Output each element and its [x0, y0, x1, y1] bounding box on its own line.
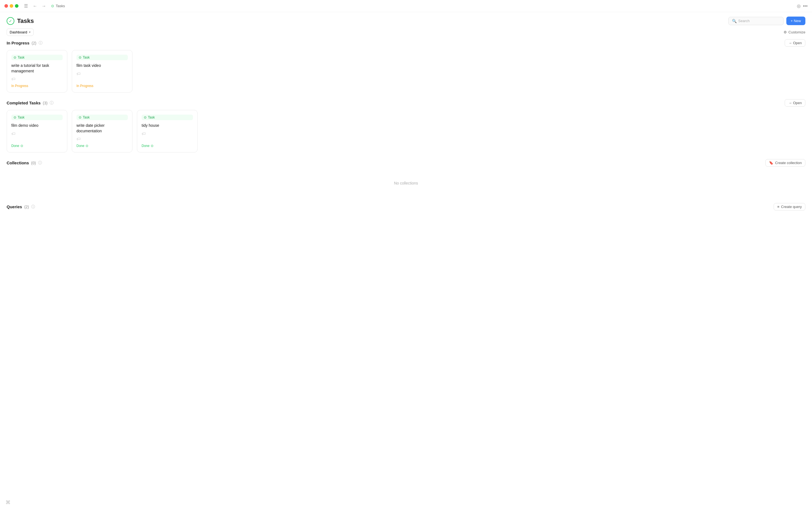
completed-badge-label-3: Task [148, 115, 155, 119]
no-collections-message: No collections [7, 170, 805, 196]
tag-icon-1: 🏷 [11, 77, 63, 81]
collections-info-icon[interactable]: ⓘ [38, 160, 42, 165]
titlebar-controls: ☰ [24, 3, 28, 8]
titlebar-right: ◎ ••• [797, 3, 808, 8]
open-label: Open [793, 41, 802, 45]
in-progress-section: In Progress (2) ⓘ → Open ⊙ Task write a … [7, 39, 805, 92]
done-circle-1: ⊙ [21, 144, 23, 148]
arrow-right-icon: → [788, 41, 792, 45]
in-progress-card-2[interactable]: ⊙ Task film task video 🏷 In Progress [72, 50, 133, 92]
dashboard-dropdown[interactable]: Dashboard ▾ [7, 28, 34, 36]
card-title-2: film task video [77, 63, 128, 69]
collections-title: Collections [7, 160, 29, 165]
in-progress-cards-grid: ⊙ Task write a tutorial for task managem… [7, 50, 805, 92]
back-button[interactable]: ← [31, 3, 39, 9]
completed-card-status-1: Done ⊙ [11, 144, 63, 148]
completed-card-2[interactable]: ⊙ Task write date picker documentation 🏷… [72, 110, 133, 153]
completed-badge-icon-1: ⊙ [13, 115, 16, 119]
queries-info-icon[interactable]: ⓘ [31, 205, 35, 209]
completed-badge-1: ⊙ Task [11, 115, 63, 120]
menu-icon[interactable]: ☰ [24, 3, 28, 8]
create-query-button[interactable]: ≡ Create query [774, 203, 805, 211]
done-circle-3: ⊙ [151, 144, 153, 148]
card-status-1: In Progress [11, 84, 63, 88]
gear-icon: ⚙ [784, 30, 787, 34]
completed-open-button[interactable]: → Open [785, 99, 805, 107]
forward-button[interactable]: → [40, 3, 48, 9]
in-progress-title: In Progress [7, 41, 30, 45]
badge-icon: ⊙ [13, 55, 16, 59]
titlebar: ☰ ← → ⊙ Tasks ◎ ••• [0, 0, 812, 12]
completed-card-title-1: film demo video [11, 123, 63, 129]
toolbar-row: Dashboard ▾ ⚙ Customize [0, 27, 812, 39]
create-collection-button[interactable]: 🔖 Create collection [765, 159, 805, 166]
in-progress-title-area: In Progress (2) ⓘ [7, 41, 42, 46]
titlebar-app-title: ⊙ Tasks [51, 4, 65, 8]
completed-arrow-icon: → [788, 101, 792, 105]
main-header: ✓ Tasks 🔍 Search + New [0, 12, 812, 27]
in-progress-count: (2) [32, 41, 36, 45]
traffic-lights [4, 4, 19, 8]
card-status-2: In Progress [77, 84, 128, 88]
card-badge: ⊙ Task [11, 55, 63, 60]
queries-title: Queries [7, 205, 22, 209]
done-label-1: Done [11, 144, 19, 148]
titlebar-title-text: Tasks [56, 4, 65, 8]
badge-label-2: Task [83, 55, 90, 59]
collections-section-header: Collections (0) ⓘ 🔖 Create collection [7, 159, 805, 166]
search-icon: 🔍 [732, 19, 737, 23]
create-query-label: Create query [781, 205, 802, 209]
search-placeholder: Search [738, 19, 750, 23]
collections-title-area: Collections (0) ⓘ [7, 160, 42, 165]
lines-icon: ≡ [777, 205, 779, 209]
maximize-button[interactable] [15, 4, 19, 8]
titlebar-nav: ← → [31, 3, 48, 9]
create-collection-label: Create collection [775, 161, 802, 165]
queries-section: Queries (2) ⓘ ≡ Create query [7, 203, 805, 211]
in-progress-open-button[interactable]: → Open [785, 39, 805, 47]
tasks-circle-icon: ⊙ [51, 4, 54, 8]
queries-count: (2) [24, 205, 29, 209]
completed-count: (3) [43, 101, 48, 105]
in-progress-info-icon[interactable]: ⓘ [39, 41, 42, 46]
in-progress-section-header: In Progress (2) ⓘ → Open [7, 39, 805, 47]
page-title-area: ✓ Tasks [7, 17, 34, 25]
more-icon[interactable]: ••• [803, 4, 808, 8]
completed-section-header: Completed Tasks (3) ⓘ → Open [7, 99, 805, 107]
completed-title-area: Completed Tasks (3) ⓘ [7, 101, 54, 106]
minimize-button[interactable] [10, 4, 13, 8]
completed-card-status-3: Done ⊙ [142, 144, 193, 148]
completed-badge-label-1: Task [18, 115, 25, 119]
page-title: Tasks [17, 18, 34, 25]
in-progress-card-1[interactable]: ⊙ Task write a tutorial for task managem… [7, 50, 67, 92]
badge-icon-2: ⊙ [79, 55, 81, 59]
collections-section: Collections (0) ⓘ 🔖 Create collection No… [7, 159, 805, 196]
search-box[interactable]: 🔍 Search [728, 17, 784, 25]
completed-info-icon[interactable]: ⓘ [50, 101, 54, 106]
done-label-3: Done [142, 144, 150, 148]
card-badge-2: ⊙ Task [77, 55, 128, 60]
customize-button[interactable]: ⚙ Customize [784, 30, 805, 34]
completed-card-1[interactable]: ⊙ Task film demo video 🏷 Done ⊙ [7, 110, 67, 153]
collections-count: (0) [31, 161, 36, 165]
completed-badge-2: ⊙ Task [77, 115, 128, 120]
new-button[interactable]: + New [786, 17, 805, 25]
chevron-down-icon: ▾ [29, 30, 31, 34]
command-icon: ⌘ [5, 500, 10, 506]
card-title-1: write a tutorial for task management [11, 63, 63, 74]
badge-label: Task [18, 55, 25, 59]
bookmark-icon: 🔖 [769, 161, 773, 165]
check-icon: ✓ [9, 19, 12, 23]
completed-card-3[interactable]: ⊙ Task tidy house 🏷 Done ⊙ [137, 110, 198, 153]
completed-section: Completed Tasks (3) ⓘ → Open ⊙ Task film… [7, 99, 805, 153]
dashboard-label: Dashboard [10, 30, 27, 34]
customize-label: Customize [788, 30, 805, 34]
completed-tag-icon-3: 🏷 [142, 131, 193, 136]
done-circle-2: ⊙ [86, 144, 88, 148]
completed-badge-icon-3: ⊙ [144, 115, 147, 119]
tag-icon-2: 🏷 [77, 71, 128, 76]
completed-open-label: Open [793, 101, 802, 105]
close-button[interactable] [4, 4, 8, 8]
queries-title-area: Queries (2) ⓘ [7, 205, 35, 209]
completed-card-status-2: Done ⊙ [77, 144, 128, 148]
